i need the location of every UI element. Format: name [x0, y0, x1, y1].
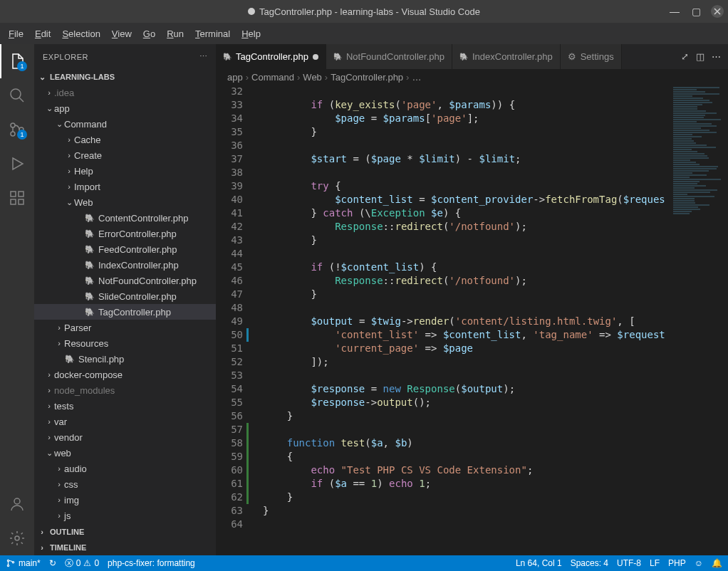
status-sync[interactable]: ↻ [49, 558, 56, 568]
tree-item[interactable]: ›Resources [34, 335, 216, 351]
more-icon[interactable]: ⋯ [712, 51, 721, 62]
dirty-dot-icon [313, 54, 318, 60]
tab[interactable]: 🐘IndexController.php [452, 44, 561, 69]
svg-point-9 [15, 536, 19, 540]
tree-item[interactable]: 🐘ErrorController.php [34, 226, 216, 241]
accounts-icon[interactable] [0, 487, 34, 521]
tree-item[interactable]: ›tests [34, 398, 216, 414]
outline-header[interactable]: ›OUTLINE [34, 524, 216, 540]
tree-item[interactable]: ›node_modules [34, 382, 216, 398]
tree-item[interactable]: ›audio [34, 461, 216, 476]
status-bell[interactable]: 🔔 [712, 558, 722, 568]
status-encoding[interactable]: UTF-8 [617, 558, 641, 568]
close-button[interactable] [711, 5, 724, 18]
tab[interactable]: 🐘TagController.php [216, 44, 326, 69]
tree-item[interactable]: ›js [34, 508, 216, 523]
tree-item[interactable]: ›Help [34, 163, 216, 179]
menu-terminal[interactable]: Terminal [189, 26, 236, 42]
svg-rect-4 [11, 192, 16, 197]
explorer-icon[interactable]: 1 [0, 44, 34, 78]
tree-item[interactable]: ›Parser [34, 320, 216, 335]
minimize-button[interactable]: — [664, 1, 685, 22]
tree-item[interactable]: ⌄Command [34, 116, 216, 132]
tree-item[interactable]: ›var [34, 414, 216, 429]
source-control-icon[interactable]: 1 [0, 112, 34, 147]
tree-item[interactable]: 🐘ContentController.php [34, 210, 216, 226]
tree-item[interactable]: 🐘Stencil.php [34, 351, 216, 367]
split-icon[interactable]: ◫ [696, 51, 704, 62]
tab[interactable]: ⚙Settings [561, 44, 622, 69]
editor-body[interactable]: 3233343536373839404142434445464748495051… [216, 85, 728, 555]
menu-file[interactable]: File [3, 26, 29, 42]
menu-view[interactable]: View [106, 26, 137, 42]
tree-item[interactable]: ›css [34, 476, 216, 492]
status-formatter[interactable]: php-cs-fixer: formatting [108, 558, 195, 568]
compare-icon[interactable]: ⤢ [681, 51, 689, 62]
status-lang[interactable]: PHP [668, 558, 686, 568]
sidebar-title: EXPLORER [43, 53, 88, 61]
search-icon[interactable] [0, 78, 34, 112]
window-title: TagController.php - learning-labs - Visu… [259, 6, 480, 17]
tree-item[interactable]: ›img [34, 492, 216, 508]
tree-item[interactable]: ›Cache [34, 132, 216, 147]
settings-gear-icon[interactable] [0, 521, 34, 555]
breadcrumb[interactable]: app›Command›Web›TagController.php›… [216, 69, 728, 85]
svg-point-10 [7, 560, 9, 561]
line-gutter: 3233343536373839404142434445464748495051… [216, 85, 251, 555]
scm-badge: 1 [17, 130, 27, 140]
status-cursor[interactable]: Ln 64, Col 1 [516, 558, 562, 568]
status-errors[interactable]: ⓧ 0 ⚠ 0 [65, 557, 99, 570]
svg-rect-6 [19, 199, 24, 204]
menu-go[interactable]: Go [137, 26, 161, 42]
tree-item[interactable]: 🐘IndexController.php [34, 257, 216, 273]
tree-item[interactable]: ⌄app [34, 100, 216, 116]
svg-point-2 [11, 132, 15, 136]
menubar: FileEditSelectionViewGoRunTerminalHelp [0, 23, 728, 44]
editor-tabs: 🐘TagController.php🐘NotFoundController.ph… [216, 44, 728, 69]
file-tree: ›.idea⌄app⌄Command›Cache›Create›Help›Imp… [34, 85, 216, 524]
tab[interactable]: 🐘NotFoundController.php [326, 44, 452, 69]
svg-point-1 [11, 123, 15, 127]
tree-item[interactable]: ›vendor [34, 429, 216, 445]
tree-item[interactable]: 🐘NotFoundController.php [34, 273, 216, 288]
code-content[interactable]: if (key_exists('page', $params)) { $page… [251, 85, 671, 555]
svg-point-11 [7, 565, 9, 566]
menu-edit[interactable]: Edit [29, 26, 56, 42]
svg-rect-7 [19, 192, 24, 197]
tree-item[interactable]: ⌄Web [34, 194, 216, 210]
extensions-icon[interactable] [0, 181, 34, 215]
menu-selection[interactable]: Selection [56, 26, 105, 42]
svg-point-8 [14, 498, 20, 504]
tree-item[interactable]: ›Import [34, 179, 216, 194]
tree-item[interactable]: 🐘FeedController.php [34, 241, 216, 257]
status-spaces[interactable]: Spaces: 4 [571, 558, 608, 568]
tree-item[interactable]: ⌄web [34, 445, 216, 461]
menu-help[interactable]: Help [236, 26, 266, 42]
sidebar: EXPLORER ⋯ ⌄LEARNING-LABS ›.idea⌄app⌄Com… [34, 44, 216, 555]
activity-bar: 1 1 [0, 44, 34, 555]
project-header[interactable]: ⌄LEARNING-LABS [34, 69, 216, 85]
sidebar-more-icon[interactable]: ⋯ [199, 52, 208, 61]
svg-point-0 [11, 89, 21, 99]
tree-item[interactable]: 🐘TagController.php [34, 304, 216, 320]
run-debug-icon[interactable] [0, 147, 34, 181]
status-branch[interactable]: main* [6, 558, 41, 568]
dirty-dot-icon [248, 8, 255, 15]
tree-item[interactable]: ›.idea [34, 85, 216, 100]
tree-item[interactable]: ›Create [34, 147, 216, 163]
titlebar: TagController.php - learning-labs - Visu… [0, 0, 728, 23]
status-feedback[interactable]: ☺ [695, 558, 703, 568]
minimap[interactable] [671, 85, 728, 555]
explorer-badge: 1 [17, 61, 27, 71]
svg-rect-5 [11, 199, 16, 204]
menu-run[interactable]: Run [161, 26, 189, 42]
maximize-button[interactable]: ▢ [685, 1, 707, 22]
statusbar: main* ↻ ⓧ 0 ⚠ 0 php-cs-fixer: formatting… [0, 555, 728, 571]
tree-item[interactable]: 🐘SlideController.php [34, 288, 216, 304]
timeline-header[interactable]: ›TIMELINE [34, 540, 216, 555]
tree-item[interactable]: ›docker-compose [34, 367, 216, 382]
status-eol[interactable]: LF [650, 558, 660, 568]
